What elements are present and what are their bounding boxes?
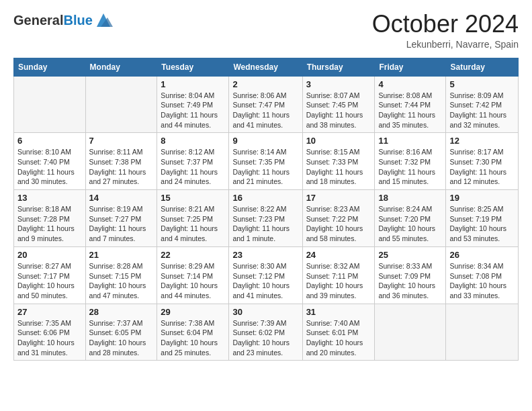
day-number: 21 (89, 250, 154, 260)
day-number: 4 (378, 79, 442, 89)
calendar-cell: 27Sunrise: 7:35 AM Sunset: 6:06 PM Dayli… (14, 304, 86, 361)
day-info: Sunrise: 8:04 AM Sunset: 7:49 PM Dayligh… (161, 91, 225, 130)
calendar-cell: 7Sunrise: 8:11 AM Sunset: 7:38 PM Daylig… (85, 133, 157, 190)
day-number: 24 (306, 250, 371, 260)
day-info: Sunrise: 8:12 AM Sunset: 7:37 PM Dayligh… (161, 147, 225, 187)
day-info: Sunrise: 8:32 AM Sunset: 7:11 PM Dayligh… (306, 261, 371, 301)
calendar-cell: 14Sunrise: 8:19 AM Sunset: 7:27 PM Dayli… (85, 190, 157, 247)
day-number: 3 (306, 79, 371, 89)
day-number: 6 (17, 136, 82, 146)
calendar-week: 20Sunrise: 8:27 AM Sunset: 7:17 PM Dayli… (14, 246, 519, 304)
header: GeneralBlue October 2024 Lekunberri, Nav… (13, 11, 519, 50)
day-number: 31 (306, 307, 371, 317)
weekday-header: Tuesday (157, 58, 229, 76)
calendar-cell: 23Sunrise: 8:30 AM Sunset: 7:12 PM Dayli… (229, 246, 302, 304)
day-number: 13 (17, 193, 82, 203)
day-info: Sunrise: 8:17 AM Sunset: 7:30 PM Dayligh… (449, 147, 515, 187)
weekday-header: Sunday (14, 58, 86, 76)
logo-general: General (13, 13, 63, 28)
calendar-cell: 19Sunrise: 8:25 AM Sunset: 7:19 PM Dayli… (446, 190, 519, 247)
weekday-header: Monday (85, 58, 157, 76)
calendar-cell: 10Sunrise: 8:15 AM Sunset: 7:33 PM Dayli… (302, 133, 375, 190)
location-subtitle: Lekunberri, Navarre, Spain (372, 39, 519, 50)
calendar-cell: 24Sunrise: 8:32 AM Sunset: 7:11 PM Dayli… (302, 246, 375, 304)
title-block: October 2024 Lekunberri, Navarre, Spain (372, 11, 519, 50)
day-info: Sunrise: 7:38 AM Sunset: 6:04 PM Dayligh… (161, 318, 225, 358)
day-number: 20 (17, 250, 82, 260)
calendar-cell: 30Sunrise: 7:39 AM Sunset: 6:02 PM Dayli… (229, 304, 302, 361)
weekday-header: Wednesday (229, 58, 302, 76)
day-info: Sunrise: 8:18 AM Sunset: 7:28 PM Dayligh… (17, 204, 82, 244)
logo-blue: Blue (63, 13, 92, 28)
weekday-header: Friday (375, 58, 446, 76)
day-number: 15 (161, 193, 225, 203)
day-number: 12 (449, 136, 515, 146)
day-info: Sunrise: 8:08 AM Sunset: 7:44 PM Dayligh… (378, 91, 442, 130)
day-info: Sunrise: 8:14 AM Sunset: 7:35 PM Dayligh… (232, 147, 298, 187)
calendar-cell (85, 76, 157, 133)
day-info: Sunrise: 8:24 AM Sunset: 7:20 PM Dayligh… (378, 204, 442, 244)
calendar-week: 6Sunrise: 8:10 AM Sunset: 7:40 PM Daylig… (14, 133, 519, 190)
calendar-cell: 22Sunrise: 8:29 AM Sunset: 7:14 PM Dayli… (157, 246, 229, 304)
day-info: Sunrise: 8:22 AM Sunset: 7:23 PM Dayligh… (232, 204, 298, 244)
calendar-cell: 1Sunrise: 8:04 AM Sunset: 7:49 PM Daylig… (157, 76, 229, 133)
day-number: 30 (232, 307, 298, 317)
logo: GeneralBlue (13, 11, 113, 30)
day-number: 14 (89, 193, 154, 203)
logo-icon (94, 11, 113, 30)
calendar-cell: 16Sunrise: 8:22 AM Sunset: 7:23 PM Dayli… (229, 190, 302, 247)
day-number: 27 (17, 307, 82, 317)
day-info: Sunrise: 8:23 AM Sunset: 7:22 PM Dayligh… (306, 204, 371, 244)
day-number: 11 (378, 136, 442, 146)
calendar-header: SundayMondayTuesdayWednesdayThursdayFrid… (14, 58, 519, 76)
calendar-body: 1Sunrise: 8:04 AM Sunset: 7:49 PM Daylig… (14, 76, 519, 361)
calendar-week: 13Sunrise: 8:18 AM Sunset: 7:28 PM Dayli… (14, 190, 519, 247)
month-title: October 2024 (372, 11, 519, 38)
calendar-cell: 31Sunrise: 7:40 AM Sunset: 6:01 PM Dayli… (302, 304, 375, 361)
calendar-page: GeneralBlue October 2024 Lekunberri, Nav… (0, 0, 532, 374)
calendar-cell: 28Sunrise: 7:37 AM Sunset: 6:05 PM Dayli… (85, 304, 157, 361)
day-number: 25 (378, 250, 442, 260)
day-info: Sunrise: 7:39 AM Sunset: 6:02 PM Dayligh… (232, 318, 298, 358)
weekday-header: Saturday (446, 58, 519, 76)
day-info: Sunrise: 8:33 AM Sunset: 7:09 PM Dayligh… (378, 261, 442, 301)
day-info: Sunrise: 8:10 AM Sunset: 7:40 PM Dayligh… (17, 147, 82, 187)
day-info: Sunrise: 8:34 AM Sunset: 7:08 PM Dayligh… (449, 261, 515, 301)
calendar-cell: 18Sunrise: 8:24 AM Sunset: 7:20 PM Dayli… (375, 190, 446, 247)
calendar-week: 27Sunrise: 7:35 AM Sunset: 6:06 PM Dayli… (14, 304, 519, 361)
day-info: Sunrise: 7:40 AM Sunset: 6:01 PM Dayligh… (306, 318, 371, 358)
calendar-cell (14, 76, 86, 133)
calendar-cell: 13Sunrise: 8:18 AM Sunset: 7:28 PM Dayli… (14, 190, 86, 247)
day-number: 28 (89, 307, 154, 317)
day-number: 29 (161, 307, 225, 317)
day-info: Sunrise: 8:06 AM Sunset: 7:47 PM Dayligh… (232, 91, 298, 130)
calendar-cell: 9Sunrise: 8:14 AM Sunset: 7:35 PM Daylig… (229, 133, 302, 190)
day-number: 23 (232, 250, 298, 260)
calendar-cell: 4Sunrise: 8:08 AM Sunset: 7:44 PM Daylig… (375, 76, 446, 133)
calendar-cell: 11Sunrise: 8:16 AM Sunset: 7:32 PM Dayli… (375, 133, 446, 190)
calendar-cell: 29Sunrise: 7:38 AM Sunset: 6:04 PM Dayli… (157, 304, 229, 361)
day-number: 18 (378, 193, 442, 203)
day-info: Sunrise: 8:21 AM Sunset: 7:25 PM Dayligh… (161, 204, 225, 244)
day-info: Sunrise: 8:30 AM Sunset: 7:12 PM Dayligh… (232, 261, 298, 301)
calendar-cell: 12Sunrise: 8:17 AM Sunset: 7:30 PM Dayli… (446, 133, 519, 190)
calendar-cell: 21Sunrise: 8:28 AM Sunset: 7:15 PM Dayli… (85, 246, 157, 304)
calendar-cell (375, 304, 446, 361)
day-number: 7 (89, 136, 154, 146)
calendar-cell: 25Sunrise: 8:33 AM Sunset: 7:09 PM Dayli… (375, 246, 446, 304)
day-number: 8 (161, 136, 225, 146)
day-number: 10 (306, 136, 371, 146)
day-number: 1 (161, 79, 225, 89)
calendar-cell: 17Sunrise: 8:23 AM Sunset: 7:22 PM Dayli… (302, 190, 375, 247)
day-info: Sunrise: 8:25 AM Sunset: 7:19 PM Dayligh… (449, 204, 515, 244)
calendar-cell: 8Sunrise: 8:12 AM Sunset: 7:37 PM Daylig… (157, 133, 229, 190)
day-number: 9 (232, 136, 298, 146)
calendar-cell: 5Sunrise: 8:09 AM Sunset: 7:42 PM Daylig… (446, 76, 519, 133)
calendar-cell: 6Sunrise: 8:10 AM Sunset: 7:40 PM Daylig… (14, 133, 86, 190)
day-number: 19 (449, 193, 515, 203)
day-info: Sunrise: 7:35 AM Sunset: 6:06 PM Dayligh… (17, 318, 82, 358)
day-info: Sunrise: 8:09 AM Sunset: 7:42 PM Dayligh… (449, 91, 515, 130)
day-number: 16 (232, 193, 298, 203)
day-info: Sunrise: 8:15 AM Sunset: 7:33 PM Dayligh… (306, 147, 371, 187)
day-info: Sunrise: 8:29 AM Sunset: 7:14 PM Dayligh… (161, 261, 225, 301)
